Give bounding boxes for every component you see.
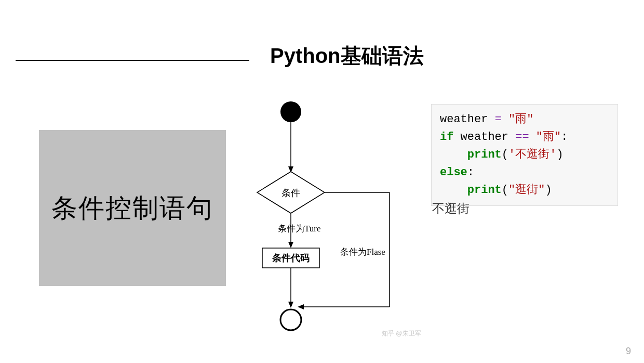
code-line-1: weather = "雨" <box>440 111 609 128</box>
code-line-4: else: <box>440 164 609 182</box>
subtitle-box: 条件控制语句 <box>39 130 226 286</box>
code-line-5: print("逛街") <box>440 182 609 199</box>
svg-point-0 <box>280 101 301 122</box>
page-number: 9 <box>626 346 631 357</box>
header-divider <box>16 60 249 61</box>
subtitle-text: 条件控制语句 <box>51 191 213 226</box>
svg-marker-12 <box>298 304 304 309</box>
svg-marker-8 <box>288 302 293 308</box>
code-line-2: if weather == "雨": <box>440 128 609 146</box>
svg-point-13 <box>280 309 301 330</box>
flow-false-label: 条件为Flase <box>340 247 385 257</box>
code-block: weather = "雨" if weather == "雨": print('… <box>431 104 618 206</box>
code-output: 不逛街 <box>432 200 469 217</box>
flowchart-diagram: 条件 条件为Ture 条件代码 条件为Flase <box>223 99 436 338</box>
code-line-3: print('不逛街') <box>440 146 609 164</box>
svg-marker-5 <box>288 242 293 248</box>
page-title: Python基础语法 <box>270 42 424 70</box>
watermark: 知乎 @朱卫军 <box>382 329 421 338</box>
flow-codebox-label: 条件代码 <box>272 253 310 263</box>
flow-true-label: 条件为Ture <box>278 224 321 234</box>
flow-condition-label: 条件 <box>281 188 300 198</box>
